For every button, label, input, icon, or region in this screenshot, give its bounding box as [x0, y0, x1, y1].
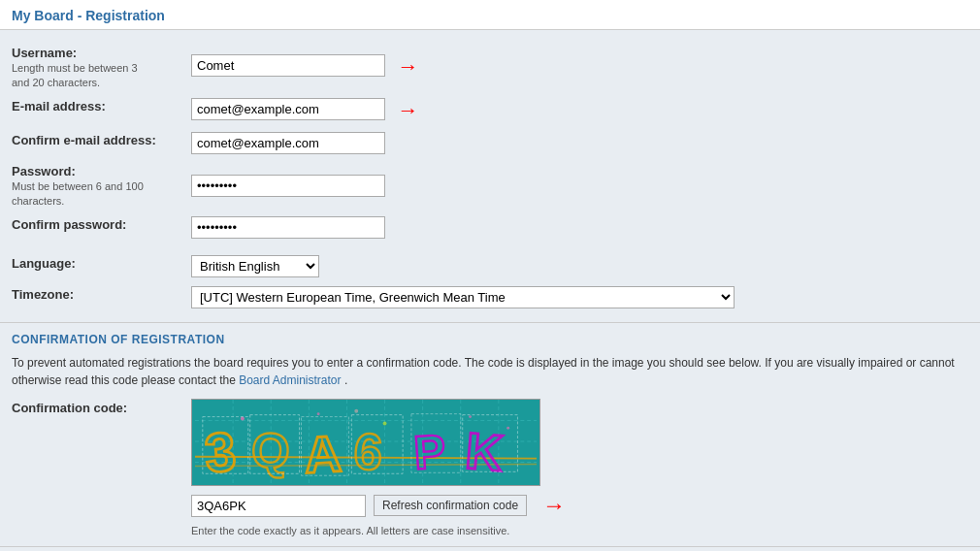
svg-point-20	[241, 417, 245, 421]
svg-point-24	[354, 409, 358, 413]
confirmation-title: CONFIRMATION OF REGISTRATION	[12, 333, 968, 346]
username-sublabel: Length must be between 3and 20 character…	[12, 62, 138, 88]
password-sublabel: Must be between 6 and 100characters.	[12, 180, 144, 207]
confirmation-code-row: Confirmation code:	[12, 399, 968, 536]
confirm-email-row: Confirm e-mail address:	[0, 127, 980, 158]
username-label: Username:	[12, 46, 77, 60]
confirmation-desc-end: .	[344, 373, 347, 387]
confirmation-description: To prevent automated registrations the b…	[12, 354, 968, 389]
username-row: Username: Length must be between 3and 20…	[0, 40, 980, 93]
captcha-svg: 3 Q A 6 P K	[192, 400, 539, 485]
captcha-hint: Enter the code exactly as it appears. Al…	[191, 525, 566, 536]
email-input-cell: ←	[180, 93, 980, 127]
language-select-cell: British English American English	[180, 250, 980, 281]
svg-text:P: P	[412, 425, 447, 479]
timezone-label: Timezone:	[12, 287, 74, 302]
timezone-select-cell: [UTC] Western European Time, Greenwich M…	[180, 281, 980, 312]
captcha-arrow: ←	[542, 492, 566, 519]
svg-point-25	[506, 427, 509, 430]
confirmation-section: CONFIRMATION OF REGISTRATION To prevent …	[0, 323, 980, 547]
spacer-row	[0, 243, 980, 250]
language-select[interactable]: British English American English	[191, 255, 319, 277]
email-label-cell: E-mail address:	[0, 93, 180, 127]
password-row: Password: Must be between 6 and 100chara…	[0, 158, 980, 211]
password-input[interactable]	[191, 175, 385, 197]
language-label: Language:	[12, 256, 76, 271]
confirmation-code-label: Confirmation code:	[12, 399, 191, 415]
page-wrapper: My Board - Registration Username: Length…	[0, 0, 980, 551]
captcha-code-input[interactable]	[191, 495, 366, 517]
confirm-password-label-cell: Confirm password:	[0, 211, 180, 243]
registration-form-table: Username: Length must be between 3and 20…	[0, 40, 980, 312]
confirm-password-input[interactable]	[191, 216, 385, 239]
svg-text:6: 6	[352, 422, 384, 481]
form-section: Username: Length must be between 3and 20…	[0, 30, 980, 323]
language-label-cell: Language:	[0, 250, 180, 281]
email-input[interactable]	[191, 98, 385, 120]
confirm-password-label: Confirm password:	[12, 217, 126, 232]
board-admin-link[interactable]: Board Administrator	[239, 373, 341, 387]
timezone-row: Timezone: [UTC] Western European Time, G…	[0, 281, 980, 312]
password-input-cell	[180, 158, 980, 211]
timezone-label-cell: Timezone:	[0, 281, 180, 312]
password-label: Password:	[12, 164, 76, 178]
captcha-image: 3 Q A 6 P K	[191, 399, 540, 486]
confirm-email-input[interactable]	[191, 132, 385, 154]
page-title-text: My Board - Registration	[12, 8, 165, 23]
email-arrow: ←	[397, 98, 418, 123]
confirm-email-label: Confirm e-mail address:	[12, 133, 156, 147]
refresh-confirmation-button[interactable]: Refresh confirmation code	[374, 495, 527, 516]
username-arrow: ←	[397, 54, 418, 80]
confirm-password-row: Confirm password:	[0, 211, 980, 243]
email-row: E-mail address: ←	[0, 93, 980, 127]
email-label: E-mail address:	[12, 99, 106, 113]
svg-point-21	[317, 412, 320, 415]
svg-point-22	[383, 421, 387, 425]
bottom-bar: Reset Submit ←	[0, 547, 980, 551]
page-title: My Board - Registration	[0, 0, 980, 30]
confirm-email-label-cell: Confirm e-mail address:	[0, 127, 180, 158]
svg-point-23	[469, 415, 472, 418]
confirm-password-input-cell	[180, 211, 980, 243]
captcha-input-row: Refresh confirmation code ←	[191, 492, 566, 519]
svg-text:K: K	[464, 421, 506, 481]
timezone-select[interactable]: [UTC] Western European Time, Greenwich M…	[191, 286, 735, 308]
svg-text:Q: Q	[250, 422, 291, 479]
username-input[interactable]	[191, 54, 385, 77]
language-row: Language: British English American Engli…	[0, 250, 980, 281]
confirmation-desc-text: To prevent automated registrations the b…	[12, 356, 955, 387]
username-label-cell: Username: Length must be between 3and 20…	[0, 40, 180, 93]
svg-text:A: A	[303, 425, 343, 484]
svg-text:3: 3	[203, 420, 239, 484]
confirmation-code-content: 3 Q A 6 P K	[191, 399, 566, 536]
username-input-cell: ←	[180, 40, 980, 93]
password-label-cell: Password: Must be between 6 and 100chara…	[0, 158, 180, 211]
confirm-email-input-cell	[180, 127, 980, 158]
